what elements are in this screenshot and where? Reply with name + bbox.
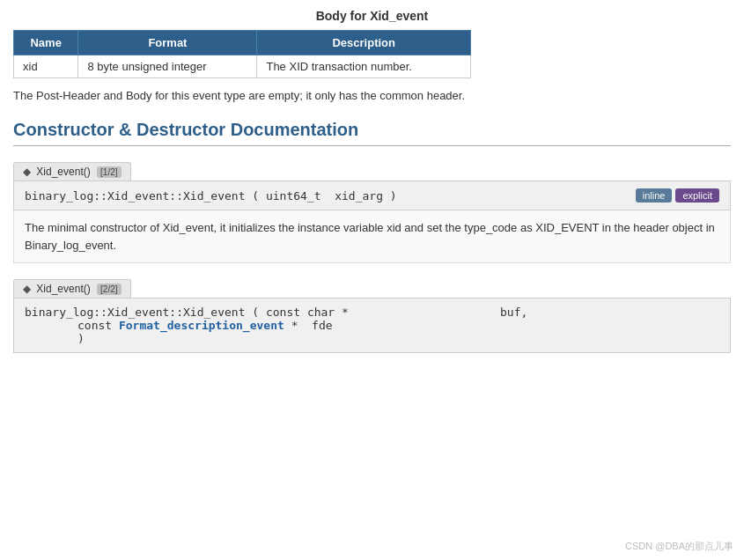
table-cell-col1: 8 byte unsigned integer: [78, 55, 257, 78]
table-cell-col2: The XID transaction number.: [257, 55, 471, 78]
constructor-2-signature-box: binary_log::Xid_event::Xid_event ( const…: [13, 298, 731, 353]
keyword-format-desc: Format_description_event: [119, 319, 284, 332]
table-row: xid8 byte unsigned integerThe XID transa…: [14, 55, 471, 78]
constructor-tab-1-label: Xid_event(): [36, 166, 90, 178]
sig-row-2: const Format_description_event * fde: [25, 319, 719, 332]
constructor-block-2: ◆ Xid_event() [2/2] binary_log::Xid_even…: [13, 279, 731, 353]
badge-inline: inline: [636, 188, 673, 203]
constructor-1-signature: binary_log::Xid_event::Xid_event ( uint6…: [25, 189, 397, 203]
constructor-block-1: ◆ Xid_event() [1/2] binary_log::Xid_even…: [13, 162, 731, 263]
col-header-name: Name: [14, 31, 78, 55]
col-header-format: Format: [78, 31, 257, 55]
constructor-1-version: [1/2]: [97, 166, 121, 178]
constructor-tab-2-label: Xid_event(): [36, 283, 90, 295]
body-table: Name Format Description xid8 byte unsign…: [13, 30, 471, 78]
col-header-description: Description: [257, 31, 471, 55]
page-title: Body for Xid_event: [13, 9, 731, 23]
constructor-2-version: [2/2]: [97, 284, 121, 295]
constructor-1-badges: inline explicit: [636, 188, 719, 203]
sig-row-3: ): [25, 332, 719, 345]
constructor-1-description: The minimal constructor of Xid_event, it…: [13, 210, 731, 263]
table-cell-col0: xid: [14, 55, 78, 78]
badge-explicit: explicit: [675, 188, 719, 203]
sig-row-1: binary_log::Xid_event::Xid_event ( const…: [25, 306, 719, 319]
post-header-note: The Post-Header and Body for this event …: [13, 89, 731, 102]
constructor-1-signature-box: binary_log::Xid_event::Xid_event ( uint6…: [13, 181, 731, 210]
constructor-tab-1[interactable]: ◆ Xid_event() [1/2]: [13, 162, 131, 181]
section-heading: Constructor & Destructor Documentation: [13, 120, 731, 146]
constructor-tab-2[interactable]: ◆ Xid_event() [2/2]: [13, 279, 131, 298]
